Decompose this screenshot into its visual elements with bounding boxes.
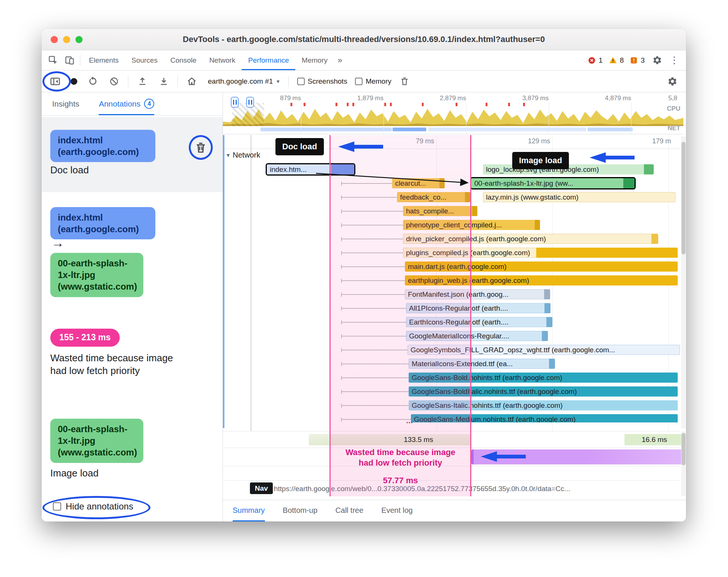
record-button[interactable] — [71, 78, 77, 85]
devtools-settings-button[interactable] — [651, 56, 663, 65]
hide-annotations-checkbox[interactable] — [53, 502, 61, 511]
tab-console[interactable]: Console — [164, 50, 203, 70]
network-request-bar[interactable]: GoogleSans-Bold.nohints.ttf (earth.googl… — [409, 373, 678, 383]
frames-track[interactable] — [223, 431, 680, 448]
error-count[interactable]: 1 — [588, 56, 603, 65]
doc-load-annotation-label[interactable]: Doc load — [275, 138, 324, 155]
tracks-scrollbar-thumb[interactable] — [681, 433, 686, 465]
network-track-header[interactable]: ▾ Network — [227, 151, 260, 159]
annotation-range-chip[interactable]: 155 - 213 ms — [50, 329, 120, 347]
collect-garbage-button[interactable] — [396, 77, 413, 86]
request-queue-whisker — [341, 364, 409, 364]
divider — [128, 76, 128, 87]
tab-insights[interactable]: Insights — [52, 92, 79, 115]
annotation-label[interactable]: Image load — [50, 467, 99, 479]
tab-network[interactable]: Network — [203, 50, 242, 70]
network-request-bar[interactable]: drive_picker_compiled.js (earth.google.c… — [403, 234, 658, 244]
network-scrollbar-thumb[interactable] — [681, 142, 686, 254]
clear-recording-button[interactable] — [106, 77, 122, 86]
tab-sources[interactable]: Sources — [125, 50, 164, 70]
devtools-menu-button[interactable]: ⋮ — [669, 54, 679, 66]
annotations-tab-label: Annotations — [99, 99, 140, 108]
inspect-element-button[interactable] — [45, 50, 61, 70]
issue-count[interactable]: 3 — [630, 56, 645, 65]
network-request-bar[interactable]: GoogleSans-Medium.nohints.ttf (earth.goo… — [411, 414, 678, 422]
toggle-sidebar-button[interactable] — [47, 76, 63, 87]
network-request-bar[interactable]: FontManifest.json (earth.goog... — [405, 289, 550, 299]
network-request-bar[interactable]: index.htm... — [267, 164, 354, 174]
request-download-cap — [549, 359, 555, 369]
request-label: feedback_co... — [400, 193, 447, 201]
network-request-bar[interactable]: plugins_compiled.js (earth.google.com) — [403, 248, 678, 258]
save-profile-button[interactable] — [155, 76, 172, 86]
network-request-bar[interactable]: 00-earth-splash-1x-ltr.jpg (ww... — [471, 178, 635, 188]
memory-checkbox[interactable] — [355, 78, 362, 85]
request-queue-whisker — [341, 405, 409, 406]
tab-elements[interactable]: Elements — [83, 50, 125, 70]
reload-icon — [88, 76, 98, 86]
device-toolbar-button[interactable] — [61, 50, 78, 70]
capture-settings-button[interactable] — [664, 77, 681, 86]
zoom-window-button[interactable] — [75, 36, 83, 43]
details-tab-event-log[interactable]: Event log — [381, 500, 412, 521]
image-load-annotation-label[interactable]: Image load — [512, 152, 569, 169]
annotation-entry-chip[interactable]: 00-earth-splash-1x-ltr.jpg (www.gstatic.… — [50, 253, 143, 297]
request-label: main.dart.js (earth.google.com) — [408, 263, 507, 271]
collapse-triangle-icon[interactable]: ▾ — [227, 152, 230, 159]
home-button[interactable] — [184, 76, 200, 87]
hide-annotations-row[interactable]: Hide annotations — [53, 501, 133, 512]
details-tab-call-tree[interactable]: Call tree — [335, 500, 363, 521]
minimize-window-button[interactable] — [63, 36, 70, 43]
network-request-bar[interactable]: clearcut... — [392, 178, 445, 188]
request-label: MaterialIcons-Extended.ttf (ea... — [412, 360, 513, 368]
request-download-cap — [644, 164, 654, 174]
annotation-label[interactable]: Doc load — [50, 164, 89, 176]
request-download-cap — [623, 178, 635, 188]
tab-memory[interactable]: Memory — [295, 50, 334, 70]
memory-checkbox-group[interactable]: Memory — [355, 77, 391, 86]
network-request-bar[interactable]: GoogleMaterialIcons-Regular.... — [406, 331, 548, 341]
annotation-entry-chip[interactable]: index.html (earth.google.com) — [50, 207, 155, 239]
network-request-bar[interactable]: hats_compile... — [403, 206, 477, 216]
annotation-label[interactable]: Wasted time because image had low fetch … — [50, 352, 178, 377]
tab-annotations[interactable]: Annotations 4 — [99, 92, 154, 115]
annotation-entry-chip[interactable]: index.html (earth.google.com) — [50, 130, 155, 162]
more-tabs-button[interactable]: » — [334, 50, 346, 70]
devtools-content: Insights Annotations 4 index.html (earth… — [42, 92, 686, 521]
devtools-tab-list: ElementsSourcesConsoleNetworkPerformance… — [83, 50, 334, 70]
details-tab-bottom-up[interactable]: Bottom-up — [283, 500, 317, 521]
tab-performance[interactable]: Performance — [242, 50, 295, 70]
network-request-bar[interactable]: EarthIcons-Regular.otf (earth.... — [406, 317, 552, 327]
screenshots-checkbox[interactable] — [297, 78, 305, 85]
network-request-bar[interactable]: phenotype_client_compiled.j... — [403, 220, 540, 230]
request-download-cap — [439, 178, 445, 188]
network-request-bar[interactable]: feedback_co... — [397, 192, 470, 202]
frame-duration: 133.5 ms — [404, 436, 433, 444]
request-download-cap — [544, 289, 550, 299]
network-request-bar[interactable]: GoogleSymbols_FILL_GRAD_opsz_wght.ttf (e… — [408, 345, 680, 355]
load-profile-button[interactable] — [134, 76, 150, 86]
issue-icon — [630, 56, 638, 65]
details-tab-summary[interactable]: Summary — [233, 500, 265, 521]
close-window-button[interactable] — [51, 36, 58, 43]
annotation-entry-chip[interactable]: 00-earth-splash-1x-ltr.jpg (www.gstatic.… — [50, 419, 143, 463]
gear-icon — [668, 77, 677, 86]
record-and-reload-button[interactable] — [84, 76, 101, 86]
network-request-bar[interactable]: main.dart.js (earth.google.com) — [405, 261, 678, 272]
network-request-bar[interactable]: lazy.min.js (www.gstatic.com) — [483, 192, 675, 202]
network-request-bar[interactable]: earthplugin_web.js (earth.google.com) — [405, 275, 678, 285]
network-request-bar[interactable]: GoogleSans-Italic.nohints.ttf (earth.goo… — [409, 400, 678, 410]
waterfall-overflow-ellipsis[interactable]: ... — [406, 416, 413, 425]
delete-annotation-button[interactable] — [194, 140, 208, 155]
network-request-bar[interactable]: MaterialIcons-Extended.ttf (ea... — [409, 359, 555, 369]
trash-icon — [400, 77, 409, 86]
history-select[interactable]: earth.google.com #1 ▾ — [205, 77, 283, 86]
timings-track[interactable] — [223, 466, 680, 480]
nav-entry[interactable]: Nav — [250, 482, 273, 494]
screenshots-checkbox-group[interactable]: Screenshots — [297, 77, 347, 86]
annotations-count-badge: 4 — [144, 99, 154, 109]
devtools-tab-strip: ElementsSourcesConsoleNetworkPerformance… — [42, 50, 686, 71]
warning-count[interactable]: 8 — [609, 56, 624, 65]
network-request-bar[interactable]: GoogleSans-BoldItalic.nohints.ttf (earth… — [409, 386, 678, 397]
network-request-bar[interactable]: All1PIcons-Regular.otf (earth.... — [406, 303, 551, 313]
